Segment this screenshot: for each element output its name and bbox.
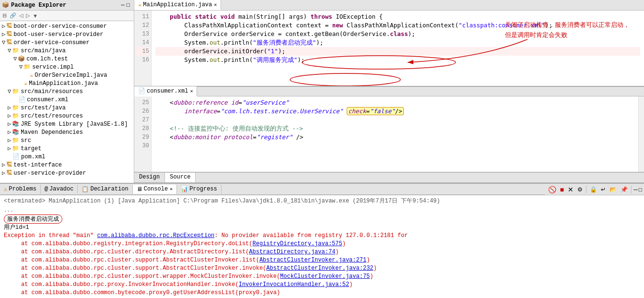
tab-declaration[interactable]: 📋 Declaration [78, 185, 132, 194]
terminated-text: <terminated> MainApplication (1) [Java A… [4, 198, 440, 204]
declaration-icon: 📋 [82, 186, 89, 193]
tab-source[interactable]: Source [165, 173, 196, 182]
tab-design[interactable]: Design [134, 173, 165, 182]
tree-item-order-consumer[interactable]: ▽ 🏗 order-service-consumer [0, 38, 134, 47]
bottom-tab-bar: ⚠ Problems @ Javadoc 📋 Declaration 🖥 Con… [0, 184, 545, 195]
tab-mainapplication[interactable]: ☕ MainApplication.java ✕ [134, 0, 221, 10]
expand-icon: ▷ [8, 120, 11, 128]
tree-item-jre[interactable]: ▷ 📚 JRE System Library [JavaSE-1.8] [0, 120, 134, 128]
maximize-panel-button[interactable]: □ [639, 186, 642, 193]
maximize-icon[interactable]: □ [127, 2, 130, 9]
tree-item-mainapplication[interactable]: ☕ MainApplication.java [0, 79, 134, 87]
tree-item-src[interactable]: ▷ 📁 src [0, 136, 134, 144]
tree-item-test-interface[interactable]: ▷ 🏗 test-interface [0, 161, 134, 169]
package-explorer-icon: 📦 [2, 1, 9, 9]
minimize-icon[interactable]: ─ [121, 2, 125, 9]
tree-item-src-main-resources[interactable]: ▽ 📁 src/main/resources [0, 87, 134, 95]
tree-item-src-test-resources[interactable]: ▷ 📁 src/test/resources [0, 112, 134, 120]
expand-icon: ▷ [2, 161, 5, 168]
terminate-button[interactable]: ■ [559, 185, 565, 194]
console-options-button[interactable]: ⚙ [576, 186, 584, 193]
editor-tab-bar: ☕ MainApplication.java ✕ [134, 0, 644, 11]
link-rpcexception[interactable]: com.alibaba.dubbo.rpc.RpcException [97, 232, 214, 239]
tree-item-boot-order[interactable]: ▷ 🏗 boot-order-service-consumer [0, 22, 134, 30]
java-line-numbers: 11 12 13 14 15 16 [134, 11, 152, 86]
close-icon[interactable]: ✕ [190, 88, 193, 94]
jre-icon: 📚 [12, 120, 19, 128]
pin-button[interactable]: 📌 [619, 186, 629, 193]
link-abstractclusterinvoker-invoke[interactable]: AbstractClusterInvoker.java:232 [266, 265, 373, 272]
expand-icon: ▽ [8, 88, 11, 95]
console-label: Console [144, 186, 168, 192]
open-console-button[interactable]: 📂 [608, 186, 618, 193]
java-editor-wrapper: 11 12 13 14 15 16 public static void mai… [134, 11, 644, 86]
annotation-text: 关闭了启动检查，服务消费者可以正常启动，但是调用时肯定会失败 [505, 20, 630, 40]
tree-item-pom[interactable]: 📄 pom.xml [0, 153, 134, 161]
xml-line-numbers: 25 26 27 28 29 30 [134, 96, 152, 172]
tab-console[interactable]: 🖥 Console ✕ [133, 185, 177, 194]
xml-editor-tab-bar: 📄 consumer.xml ✕ [134, 86, 644, 96]
terminated-line: <terminated> MainApplication (1) [Java A… [4, 197, 640, 205]
tree-item-target[interactable]: ▷ 📁 target [0, 144, 134, 153]
console-line-userid: 用户id=1 [4, 224, 640, 232]
tree-item-boot-user[interactable]: ▷ 🏗 boot-user-service-provider [0, 30, 134, 38]
expand-icon: ▷ [2, 23, 5, 30]
xml-icon: 📄 [12, 153, 20, 160]
console-tab-close[interactable]: ✕ [170, 186, 173, 192]
editor-area: ☕ MainApplication.java ✕ 11 12 13 14 15 … [134, 0, 644, 183]
tree-item-src-main-java[interactable]: ▽ 📁 src/main/java [0, 47, 134, 55]
expand-icon: ▷ [8, 112, 11, 119]
tree-item-service-impl[interactable]: ▽ 📁 service.impl [0, 63, 134, 71]
tree-item-maven[interactable]: ▷ 📚 Maven Dependencies [0, 128, 134, 136]
word-wrap-button[interactable]: ↵ [599, 186, 607, 193]
tree-item-label: src/test/java [21, 105, 66, 111]
tree-item-src-test-java[interactable]: ▷ 📁 src/test/java [0, 104, 134, 112]
tree-item-package[interactable]: ▽ 📦 com.lch.test [0, 55, 134, 63]
xml-code-content[interactable]: <dubbo:reference id="userService" interf… [152, 96, 638, 172]
scroll-lock-button[interactable]: 🔒 [588, 186, 598, 193]
expand-icon: ▷ [8, 129, 11, 136]
project-icon: 🏗 [6, 161, 12, 168]
maven-icon: 📚 [12, 129, 19, 136]
tree-item-label: MainApplication.java [29, 80, 98, 87]
forward-button[interactable]: ▷ [24, 12, 31, 19]
menu-button[interactable]: ▼ [31, 12, 39, 19]
tree-item-orderserviceimpl[interactable]: ☕ OrderServiceImpl.java [0, 71, 134, 79]
tab-label: MainApplication.java [143, 1, 212, 8]
console-output[interactable]: <terminated> MainApplication (1) [Java A… [0, 195, 644, 298]
xml-scrollbar[interactable] [638, 96, 644, 172]
tree-item-label: src/main/resources [21, 88, 83, 95]
tab-javadoc[interactable]: @ Javadoc [41, 185, 78, 193]
tab-problems[interactable]: ⚠ Problems [0, 185, 41, 194]
declaration-label: Declaration [90, 186, 128, 192]
folder-icon: 📁 [23, 63, 31, 71]
remove-launch-button[interactable]: ✕ [566, 185, 575, 194]
tree-item-label: boot-user-service-provider [13, 31, 103, 38]
console-line-exception: Exception in thread "main" com.alibaba.d… [4, 232, 640, 240]
sidebar-tree: ▷ 🏗 boot-order-service-consumer ▷ 🏗 boot… [0, 21, 134, 183]
back-button[interactable]: ◁ [18, 12, 24, 19]
clear-console-button[interactable]: 🚫 [547, 185, 558, 194]
link-registrydirectory[interactable]: RegistryDirectory.java:575 [252, 240, 342, 247]
tree-item-label: JRE System Library [JavaSE-1.8] [21, 121, 128, 128]
link-mockclusterinvoker[interactable]: MockClusterInvoker.java:75 [280, 273, 370, 280]
tree-item-label: Maven Dependencies [21, 129, 83, 136]
tab-progress[interactable]: 📊 Progress [177, 185, 222, 194]
tree-item-consumer-xml[interactable]: 📄 consumer.xml [0, 95, 134, 104]
expand-icon: ▽ [2, 39, 5, 46]
tree-item-user-service-provider[interactable]: ▷ 🏗 user-service-provider [0, 169, 134, 177]
tab-consumer-xml[interactable]: 📄 consumer.xml ✕ [134, 86, 197, 96]
folder-icon: 📁 [12, 88, 19, 95]
xml-code-editor[interactable]: 25 26 27 28 29 30 <dubbo:reference id="u… [134, 96, 644, 172]
expand-icon: ▽ [13, 55, 17, 62]
collapse-all-button[interactable]: ⊟ [1, 12, 8, 19]
link-abstractdirectory[interactable]: AbstractDirectory.java:74 [249, 249, 335, 255]
link-invokerinvocationhandler[interactable]: InvokerInvocationHandler.java:52 [239, 281, 349, 288]
close-icon[interactable]: ✕ [214, 2, 217, 8]
link-with-editor-button[interactable]: 🔗 [8, 12, 18, 19]
minimize-panel-button[interactable]: ─ [633, 186, 638, 193]
link-abstractclusterinvoker-list[interactable]: AbstractClusterInvoker.java:271 [259, 257, 366, 263]
sidebar-title: Package Explorer [11, 2, 66, 9]
package-icon: 📦 [18, 55, 25, 62]
tree-item-label: src [21, 137, 31, 144]
